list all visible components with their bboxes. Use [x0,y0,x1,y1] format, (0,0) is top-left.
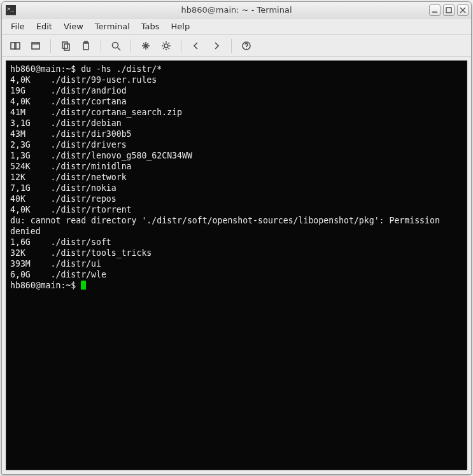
new-tab-button[interactable] [6,38,25,54]
preferences-button[interactable] [157,38,176,54]
gear-icon [161,41,171,51]
help-icon [241,41,251,51]
arrow-left-icon [191,41,201,51]
menubar: File Edit View Terminal Tabs Help [2,18,471,35]
svg-rect-0 [446,8,451,13]
search-icon [111,41,121,51]
search-button[interactable] [106,38,125,54]
paste-button[interactable] [76,38,95,54]
help-button[interactable] [237,38,256,54]
titlebar[interactable]: hb860@main: ~ - Terminal [2,2,471,18]
toolbar-separator [181,39,181,53]
app-icon [6,5,16,15]
minimize-button[interactable] [429,4,441,16]
paste-icon [81,41,91,51]
toolbar-separator [101,39,101,53]
fullscreen-button[interactable] [136,38,155,54]
cursor [81,281,86,290]
terminal-output[interactable]: hb860@main:~$ du -hs ./distr/* 4,0K ./di… [6,60,467,470]
toolbar [2,35,471,57]
arrow-right-icon [211,41,222,51]
window-title: hb860@main: ~ - Terminal [2,5,471,15]
svg-rect-4 [62,42,67,48]
svg-point-8 [113,42,118,48]
terminal-window: hb860@main: ~ - Terminal File Edit View … [1,1,472,475]
copy-icon [60,41,71,51]
svg-point-9 [164,44,168,48]
maximize-button[interactable] [443,4,455,16]
window-buttons [429,4,471,16]
close-button[interactable] [457,4,469,16]
menu-terminal[interactable]: Terminal [90,20,135,33]
menu-help[interactable]: Help [166,20,195,33]
menu-edit[interactable]: Edit [31,20,57,33]
close-icon [460,7,466,13]
toolbar-separator [131,39,131,53]
menu-file[interactable]: File [6,20,30,33]
maximize-icon [446,7,452,13]
terminal-container: hb860@main:~$ du -hs ./distr/* 4,0K ./di… [2,57,471,474]
new-window-icon [31,41,41,51]
copy-button[interactable] [56,38,75,54]
svg-rect-5 [64,44,69,50]
toolbar-separator [231,39,232,53]
minimize-icon [432,7,438,13]
next-tab-button[interactable] [207,38,226,54]
new-tab-icon [10,41,20,51]
menu-view[interactable]: View [59,20,88,33]
toolbar-separator [50,39,51,53]
new-window-button[interactable] [26,38,45,54]
fullscreen-icon [141,41,151,51]
prev-tab-button[interactable] [187,38,206,54]
menu-tabs[interactable]: Tabs [136,20,165,33]
